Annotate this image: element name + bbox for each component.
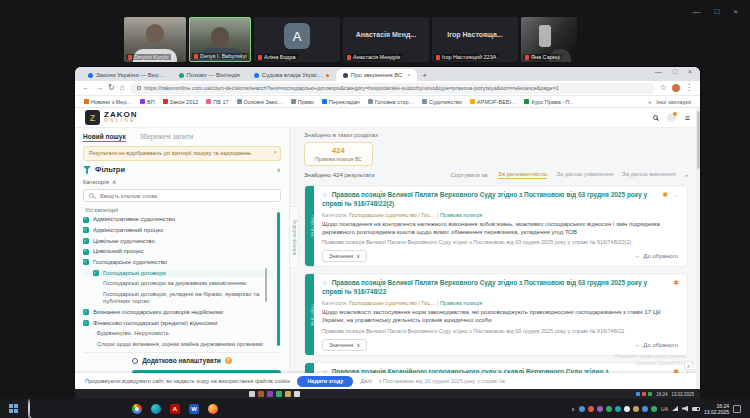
inner-clock-date[interactable]: 13.02.2025 bbox=[671, 392, 694, 397]
taskbar-app-icon[interactable] bbox=[249, 391, 255, 397]
search-icon[interactable] bbox=[653, 115, 658, 120]
card-doc-type[interactable]: Правова позиція bbox=[440, 300, 482, 306]
tray-icon[interactable] bbox=[633, 406, 639, 412]
checkbox-checked-icon[interactable] bbox=[83, 227, 89, 233]
profile-avatar[interactable] bbox=[672, 84, 680, 92]
category-item[interactable]: Адміністративний процес bbox=[83, 227, 273, 234]
participant-tile[interactable]: Dmytro Kyrylo bbox=[124, 17, 186, 62]
result-card[interactable]: ПРАКТИКА ☆ Правова позиція Великої Палат… bbox=[304, 185, 688, 267]
highlight-icon[interactable]: ✱ bbox=[662, 191, 668, 199]
browser-tab[interactable]: Позови — Вікіпедія bbox=[172, 69, 247, 81]
advanced-settings[interactable]: Додатково налаштувати ? bbox=[83, 352, 281, 366]
category-item[interactable]: Господарські договори, укладені на біржа… bbox=[83, 291, 273, 305]
filters-header[interactable]: Фільтри ∨ bbox=[83, 165, 281, 174]
checkbox-checked-icon[interactable] bbox=[83, 249, 89, 255]
taskbar-app-icon[interactable]: A bbox=[170, 404, 180, 414]
zakon-logo[interactable]: Z bbox=[85, 110, 100, 125]
tray-overflow-icon[interactable]: ∧ bbox=[571, 406, 575, 412]
taskbar-app-icon[interactable]: W bbox=[189, 404, 199, 414]
taskbar-app-icon[interactable] bbox=[294, 391, 300, 397]
taskbar-app-icon[interactable] bbox=[258, 391, 264, 397]
category-item[interactable]: Цивільне судочинство bbox=[83, 238, 273, 245]
checkbox-checked-icon[interactable] bbox=[83, 238, 89, 244]
expand-button[interactable]: Значення ∨ bbox=[322, 250, 367, 262]
participant-tile[interactable]: Анастасія Менд... Анастасія Мендрік bbox=[343, 17, 429, 62]
category-item[interactable]: Господарські договори bbox=[83, 270, 273, 277]
tray-icon[interactable] bbox=[615, 406, 621, 412]
collapse-filters-handle[interactable]: Згорнути фільтри bbox=[290, 206, 299, 268]
card-source-link[interactable]: Правова позиція Великої Палати Верховног… bbox=[322, 328, 678, 335]
volume-icon[interactable] bbox=[682, 406, 688, 412]
forward-icon[interactable]: → bbox=[95, 84, 103, 92]
checkbox-checked-icon[interactable] bbox=[93, 270, 99, 276]
taskbar-app-icon[interactable] bbox=[285, 391, 291, 397]
category-item[interactable]: Будівництво. Нерухомість bbox=[83, 330, 273, 337]
category-item[interactable]: Визнання господарських договорів недійсн… bbox=[83, 309, 273, 316]
card-category-link[interactable]: Господарське судочинство / Гос… bbox=[349, 300, 435, 306]
sort-option[interactable]: За релевантністю bbox=[498, 171, 547, 179]
card-category-link[interactable]: Господарське судочинство / Гос… bbox=[349, 212, 435, 218]
other-bookmarks[interactable]: Інші закладки bbox=[656, 99, 691, 105]
browser-menu-icon[interactable]: ⋮ bbox=[685, 84, 693, 92]
card-title-link[interactable]: ☆ Правова позиція Великої Палати Верховн… bbox=[322, 191, 678, 209]
tray-icon[interactable] bbox=[648, 392, 652, 396]
tab-close-icon[interactable]: × bbox=[407, 72, 410, 78]
bookmark-item[interactable]: Головна стор… bbox=[368, 99, 414, 105]
taskbar-clock[interactable]: 16:24 13.02.2025 bbox=[704, 403, 729, 415]
bookmark-item[interactable]: Новини з Мер… bbox=[84, 99, 132, 105]
taskbar-search-icon[interactable] bbox=[28, 400, 30, 418]
taskbar-app-icon[interactable] bbox=[208, 404, 218, 414]
tray-icon[interactable] bbox=[588, 406, 594, 412]
maximize-icon[interactable]: □ bbox=[714, 7, 719, 16]
category-item[interactable]: Фінансово-господарські (кредитні) віднос… bbox=[83, 320, 273, 327]
cookie-details-link[interactable]: Далі bbox=[360, 378, 371, 384]
hamburger-menu-icon[interactable]: ≡ bbox=[685, 113, 690, 123]
tray-icon[interactable] bbox=[579, 406, 585, 412]
help-icon[interactable]: ? bbox=[225, 357, 232, 364]
cookie-accept-button[interactable]: Надати згоду bbox=[297, 376, 353, 387]
tray-icon[interactable] bbox=[624, 406, 630, 412]
bookmark-item[interactable]: Судочинство bbox=[422, 99, 462, 105]
expand-button[interactable]: Значення ∨ bbox=[322, 339, 367, 351]
maximize-icon[interactable]: □ bbox=[673, 68, 677, 75]
tray-icon[interactable] bbox=[642, 392, 646, 396]
star-icon[interactable]: ☆ bbox=[322, 279, 328, 286]
category-item[interactable]: Цивільний процес bbox=[83, 248, 273, 255]
tray-icon[interactable] bbox=[606, 406, 612, 412]
close-icon[interactable]: × bbox=[688, 68, 692, 75]
sort-option[interactable]: За датою ухвалення bbox=[556, 171, 613, 179]
save-to-favorites-button[interactable]: → До обраного bbox=[634, 342, 678, 348]
address-bar[interactable]: https://zakononline.com.ua/court-decisio… bbox=[130, 83, 655, 94]
category-item[interactable]: Спори щодо визнання, оцінки майна держав… bbox=[83, 341, 273, 348]
scroll-to-top-button[interactable]: ∧ bbox=[684, 361, 693, 370]
taskbar-app-icon[interactable] bbox=[276, 391, 282, 397]
notification-center-icon[interactable] bbox=[733, 405, 741, 413]
checkbox-checked-icon[interactable] bbox=[83, 217, 89, 223]
checkbox-checked-icon[interactable] bbox=[83, 259, 89, 265]
sidebar-tab[interactable]: Новий пошук bbox=[83, 133, 126, 142]
bookmark-item[interactable]: ПВ 17 bbox=[206, 99, 228, 105]
result-card[interactable]: ПРАКТИКА ☆ Правова позиція Великої Палат… bbox=[304, 273, 688, 355]
tray-icon[interactable] bbox=[642, 406, 648, 412]
bookmark-item[interactable]: Закон 2012 bbox=[163, 99, 199, 105]
browser-tab[interactable]: Закони України — Вер… bbox=[81, 69, 172, 81]
bookmark-star-icon[interactable]: ☆ bbox=[660, 84, 667, 92]
category-item[interactable]: Господарське судочинство bbox=[83, 259, 273, 266]
checkbox-checked-icon[interactable] bbox=[83, 309, 89, 315]
sidebar-scrollbar[interactable] bbox=[277, 212, 280, 346]
participant-tile[interactable]: A Аліна Бодра bbox=[254, 17, 340, 62]
bookmark-item[interactable]: ВП bbox=[140, 99, 155, 105]
close-icon[interactable]: × bbox=[273, 149, 277, 157]
checkbox-checked-icon[interactable] bbox=[83, 320, 89, 326]
sort-option[interactable]: За датою внесення bbox=[622, 171, 676, 179]
participant-tile[interactable]: Denys I. Babynskyi bbox=[189, 17, 251, 62]
card-source-link[interactable]: Правова позиція Великої Палати Верховног… bbox=[322, 239, 678, 246]
minimize-icon[interactable]: — bbox=[655, 68, 662, 75]
close-icon[interactable]: × bbox=[733, 7, 738, 16]
tray-icon[interactable] bbox=[651, 406, 657, 412]
chevron-right-icon[interactable]: » bbox=[685, 172, 688, 178]
highlight-icon[interactable]: ✱ bbox=[673, 279, 679, 287]
card-title-link[interactable]: ☆ Правова позиція Великої Палати Верховн… bbox=[322, 279, 678, 297]
network-icon[interactable] bbox=[672, 406, 678, 411]
taskbar-app-icon[interactable] bbox=[132, 404, 142, 414]
